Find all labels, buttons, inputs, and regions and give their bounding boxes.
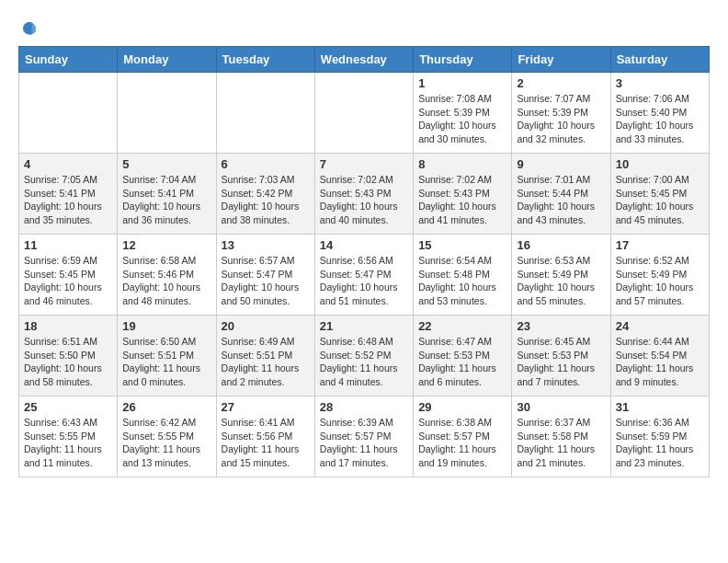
calendar-day-cell: 22Sunrise: 6:47 AMSunset: 5:53 PMDayligh… — [414, 316, 512, 396]
day-info: Sunrise: 7:06 AMSunset: 5:40 PMDaylight:… — [616, 92, 704, 146]
calendar-week-row: 18Sunrise: 6:51 AMSunset: 5:50 PMDayligh… — [19, 316, 710, 396]
calendar-day-cell: 18Sunrise: 6:51 AMSunset: 5:50 PMDayligh… — [19, 316, 118, 396]
day-number: 22 — [418, 319, 506, 333]
day-info: Sunrise: 6:58 AMSunset: 5:46 PMDaylight:… — [122, 254, 210, 308]
day-number: 25 — [24, 400, 112, 414]
day-info: Sunrise: 6:39 AMSunset: 5:57 PMDaylight:… — [320, 416, 408, 470]
calendar-day-cell — [216, 73, 314, 154]
calendar-day-cell: 7Sunrise: 7:02 AMSunset: 5:43 PMDaylight… — [314, 154, 413, 235]
day-number: 7 — [320, 157, 408, 171]
calendar-day-cell: 17Sunrise: 6:52 AMSunset: 5:49 PMDayligh… — [610, 235, 709, 316]
calendar-day-cell: 23Sunrise: 6:45 AMSunset: 5:53 PMDayligh… — [512, 316, 610, 396]
calendar-day-cell: 13Sunrise: 6:57 AMSunset: 5:47 PMDayligh… — [216, 235, 314, 316]
day-info: Sunrise: 6:42 AMSunset: 5:55 PMDaylight:… — [122, 416, 210, 470]
calendar-day-cell: 26Sunrise: 6:42 AMSunset: 5:55 PMDayligh… — [118, 396, 216, 477]
day-number: 28 — [320, 400, 408, 414]
calendar-day-cell: 30Sunrise: 6:37 AMSunset: 5:58 PMDayligh… — [512, 396, 610, 477]
day-info: Sunrise: 7:05 AMSunset: 5:41 PMDaylight:… — [24, 173, 112, 227]
day-info: Sunrise: 7:00 AMSunset: 5:45 PMDaylight:… — [616, 173, 704, 227]
day-number: 16 — [517, 238, 605, 252]
calendar-day-cell: 3Sunrise: 7:06 AMSunset: 5:40 PMDaylight… — [610, 73, 709, 154]
day-info: Sunrise: 6:44 AMSunset: 5:54 PMDaylight:… — [616, 335, 704, 389]
day-number: 24 — [616, 319, 704, 333]
day-number: 8 — [418, 157, 506, 171]
weekday-header-cell: Friday — [512, 47, 610, 73]
calendar-day-cell: 12Sunrise: 6:58 AMSunset: 5:46 PMDayligh… — [118, 235, 216, 316]
day-number: 29 — [418, 400, 506, 414]
day-number: 11 — [24, 238, 112, 252]
day-info: Sunrise: 6:56 AMSunset: 5:47 PMDaylight:… — [320, 254, 408, 308]
day-info: Sunrise: 6:51 AMSunset: 5:50 PMDaylight:… — [24, 335, 112, 389]
calendar-day-cell: 1Sunrise: 7:08 AMSunset: 5:39 PMDaylight… — [414, 73, 512, 154]
weekday-header-cell: Wednesday — [314, 47, 413, 73]
calendar-day-cell: 20Sunrise: 6:49 AMSunset: 5:51 PMDayligh… — [216, 316, 314, 396]
day-number: 6 — [222, 157, 310, 171]
day-number: 13 — [222, 238, 310, 252]
calendar-day-cell — [118, 73, 216, 154]
day-info: Sunrise: 7:02 AMSunset: 5:43 PMDaylight:… — [320, 173, 408, 227]
logo-icon — [18, 18, 39, 39]
calendar-day-cell: 27Sunrise: 6:41 AMSunset: 5:56 PMDayligh… — [216, 396, 314, 477]
calendar-week-row: 4Sunrise: 7:05 AMSunset: 5:41 PMDaylight… — [19, 154, 710, 235]
calendar-day-cell: 19Sunrise: 6:50 AMSunset: 5:51 PMDayligh… — [118, 316, 216, 396]
day-number: 23 — [517, 319, 605, 333]
day-info: Sunrise: 6:49 AMSunset: 5:51 PMDaylight:… — [222, 335, 310, 389]
day-info: Sunrise: 6:41 AMSunset: 5:56 PMDaylight:… — [222, 416, 310, 470]
day-number: 21 — [320, 319, 408, 333]
day-number: 20 — [222, 319, 310, 333]
calendar-day-cell: 28Sunrise: 6:39 AMSunset: 5:57 PMDayligh… — [314, 396, 413, 477]
day-number: 2 — [517, 76, 605, 90]
day-number: 5 — [122, 157, 210, 171]
day-number: 18 — [24, 319, 112, 333]
logo — [18, 18, 42, 39]
day-number: 1 — [418, 76, 506, 90]
day-number: 19 — [122, 319, 210, 333]
weekday-header-row: SundayMondayTuesdayWednesdayThursdayFrid… — [19, 47, 710, 73]
day-info: Sunrise: 6:54 AMSunset: 5:48 PMDaylight:… — [418, 254, 506, 308]
calendar-day-cell: 15Sunrise: 6:54 AMSunset: 5:48 PMDayligh… — [414, 235, 512, 316]
day-number: 10 — [616, 157, 704, 171]
day-info: Sunrise: 6:50 AMSunset: 5:51 PMDaylight:… — [122, 335, 210, 389]
day-number: 4 — [24, 157, 112, 171]
calendar-day-cell: 29Sunrise: 6:38 AMSunset: 5:57 PMDayligh… — [414, 396, 512, 477]
calendar-day-cell — [19, 73, 118, 154]
day-number: 9 — [517, 157, 605, 171]
day-info: Sunrise: 6:47 AMSunset: 5:53 PMDaylight:… — [418, 335, 506, 389]
calendar-body: 1Sunrise: 7:08 AMSunset: 5:39 PMDaylight… — [19, 73, 710, 477]
day-info: Sunrise: 7:02 AMSunset: 5:43 PMDaylight:… — [418, 173, 506, 227]
day-number: 30 — [517, 400, 605, 414]
day-info: Sunrise: 7:07 AMSunset: 5:39 PMDaylight:… — [517, 92, 605, 146]
day-info: Sunrise: 6:43 AMSunset: 5:55 PMDaylight:… — [24, 416, 112, 470]
day-number: 3 — [616, 76, 704, 90]
weekday-header-cell: Saturday — [610, 47, 709, 73]
day-number: 17 — [616, 238, 704, 252]
day-number: 12 — [122, 238, 210, 252]
weekday-header-cell: Sunday — [19, 47, 118, 73]
calendar-day-cell: 31Sunrise: 6:36 AMSunset: 5:59 PMDayligh… — [610, 396, 709, 477]
day-info: Sunrise: 6:38 AMSunset: 5:57 PMDaylight:… — [418, 416, 506, 470]
calendar-table: SundayMondayTuesdayWednesdayThursdayFrid… — [18, 46, 710, 477]
calendar-day-cell: 21Sunrise: 6:48 AMSunset: 5:52 PMDayligh… — [314, 316, 413, 396]
calendar-day-cell: 8Sunrise: 7:02 AMSunset: 5:43 PMDaylight… — [414, 154, 512, 235]
calendar-day-cell: 14Sunrise: 6:56 AMSunset: 5:47 PMDayligh… — [314, 235, 413, 316]
day-info: Sunrise: 6:52 AMSunset: 5:49 PMDaylight:… — [616, 254, 704, 308]
calendar-week-row: 1Sunrise: 7:08 AMSunset: 5:39 PMDaylight… — [19, 73, 710, 154]
day-info: Sunrise: 6:36 AMSunset: 5:59 PMDaylight:… — [616, 416, 704, 470]
day-info: Sunrise: 6:45 AMSunset: 5:53 PMDaylight:… — [517, 335, 605, 389]
day-info: Sunrise: 7:01 AMSunset: 5:44 PMDaylight:… — [517, 173, 605, 227]
header — [18, 18, 710, 39]
day-number: 14 — [320, 238, 408, 252]
day-info: Sunrise: 6:57 AMSunset: 5:47 PMDaylight:… — [222, 254, 310, 308]
calendar-day-cell: 5Sunrise: 7:04 AMSunset: 5:41 PMDaylight… — [118, 154, 216, 235]
day-info: Sunrise: 7:03 AMSunset: 5:42 PMDaylight:… — [222, 173, 310, 227]
calendar-day-cell: 24Sunrise: 6:44 AMSunset: 5:54 PMDayligh… — [610, 316, 709, 396]
calendar-day-cell: 11Sunrise: 6:59 AMSunset: 5:45 PMDayligh… — [19, 235, 118, 316]
calendar-day-cell: 6Sunrise: 7:03 AMSunset: 5:42 PMDaylight… — [216, 154, 314, 235]
day-info: Sunrise: 6:48 AMSunset: 5:52 PMDaylight:… — [320, 335, 408, 389]
weekday-header-cell: Monday — [118, 47, 216, 73]
day-info: Sunrise: 6:37 AMSunset: 5:58 PMDaylight:… — [517, 416, 605, 470]
day-info: Sunrise: 7:08 AMSunset: 5:39 PMDaylight:… — [418, 92, 506, 146]
calendar-day-cell: 16Sunrise: 6:53 AMSunset: 5:49 PMDayligh… — [512, 235, 610, 316]
calendar-day-cell: 9Sunrise: 7:01 AMSunset: 5:44 PMDaylight… — [512, 154, 610, 235]
calendar-day-cell: 25Sunrise: 6:43 AMSunset: 5:55 PMDayligh… — [19, 396, 118, 477]
